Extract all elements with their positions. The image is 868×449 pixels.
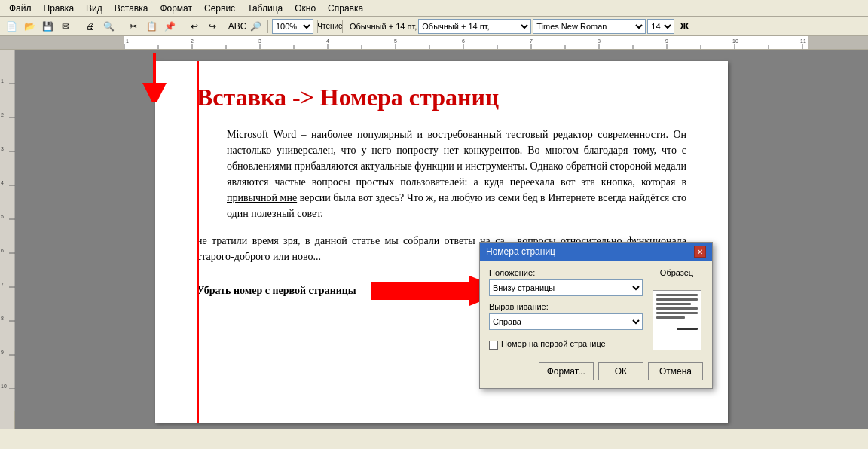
print-btn[interactable]: 🖨 [82, 18, 99, 35]
svg-text:7: 7 [530, 38, 533, 44]
checkbox-row: Номер на первой странице [489, 339, 643, 350]
svg-text:6: 6 [462, 38, 465, 44]
main-area: 1 2 3 4 5 6 7 8 9 10 [0, 50, 868, 429]
dialog-title: Номера страниц [486, 246, 555, 257]
svg-text:7: 7 [1, 282, 4, 287]
preview-label: Образец [660, 268, 693, 277]
svg-text:3: 3 [258, 38, 261, 44]
sep2 [121, 20, 121, 33]
first-page-checkbox[interactable] [489, 341, 498, 350]
menu-table[interactable]: Таблица [241, 2, 289, 15]
sep4 [225, 20, 225, 33]
svg-text:4: 4 [326, 38, 329, 44]
dialog-buttons: Формат... ОК Отмена [480, 358, 712, 388]
format-button[interactable]: Формат... [539, 362, 594, 380]
svg-text:4: 4 [1, 180, 4, 185]
svg-text:1: 1 [1, 78, 4, 84]
ok-button[interactable]: ОК [598, 362, 643, 380]
undo-btn[interactable]: ↩ [186, 18, 203, 35]
sep1 [78, 20, 78, 33]
dialog-fields: Положение: Внизу страницы Выравнивание: … [489, 268, 643, 350]
svg-text:9: 9 [1, 350, 4, 355]
toolbar: 📄 📂 💾 ✉ 🖨 🔍 ✂ 📋 📌 ↩ ↪ ABC 🔎 100% Чтение … [0, 17, 868, 36]
menu-edit[interactable]: Правка [38, 2, 81, 15]
preview-spacer [656, 321, 698, 325]
copy-btn[interactable]: 📋 [143, 18, 160, 35]
svg-text:2: 2 [191, 38, 194, 44]
svg-text:5: 5 [1, 214, 4, 219]
paste-btn[interactable]: 📌 [161, 18, 178, 35]
position-select[interactable]: Внизу страницы [489, 279, 643, 296]
research-btn[interactable]: 🔎 [247, 18, 264, 35]
font-size-select[interactable]: 14 [647, 19, 674, 34]
preview-number-line [677, 328, 698, 330]
svg-text:1: 1 [126, 38, 129, 44]
cancel-button[interactable]: Отмена [648, 362, 703, 380]
menu-file[interactable]: Файл [3, 2, 38, 15]
sep5 [267, 20, 268, 33]
menu-window[interactable]: Окно [289, 2, 322, 15]
position-label: Положение: [489, 268, 643, 277]
open-btn[interactable]: 📂 [21, 18, 38, 35]
dialog-preview: Образец [650, 268, 703, 350]
ruler-right-margin [808, 36, 868, 49]
menu-bar: Файл Правка Вид Вставка Формат Сервис Та… [0, 0, 868, 17]
svg-text:8: 8 [598, 38, 601, 44]
svg-text:8: 8 [1, 316, 4, 321]
preview-line-6 [656, 316, 686, 319]
body-text-1: Microsoft Word – наиболее популярный и в… [197, 127, 686, 221]
preview-line-1 [656, 294, 698, 296]
svg-text:10: 10 [732, 38, 738, 44]
menu-service[interactable]: Сервис [198, 2, 241, 15]
checkbox-label: Номер на первой странице [501, 339, 606, 348]
preview-line-5 [656, 312, 698, 314]
menu-format[interactable]: Формат [154, 2, 198, 15]
preview-line-4 [656, 307, 698, 310]
document-page: Вставка -> Номера страниц Microsoft Word… [155, 61, 728, 423]
cut-btn[interactable]: ✂ [125, 18, 142, 35]
svg-text:10: 10 [1, 383, 7, 389]
preview-btn[interactable]: 🔍 [100, 18, 117, 35]
red-border-line [197, 61, 199, 423]
reading-mode-btn[interactable]: Чтение [322, 18, 338, 35]
alignment-select[interactable]: Справа [489, 313, 643, 330]
save-btn[interactable]: 💾 [39, 18, 56, 35]
svg-text:9: 9 [665, 38, 668, 44]
menu-view[interactable]: Вид [80, 2, 108, 15]
email-btn[interactable]: ✉ [57, 18, 74, 35]
svg-rect-32 [0, 50, 15, 411]
dialog-titlebar: Номера страниц ✕ [480, 243, 712, 261]
svg-text:2: 2 [1, 112, 4, 118]
svg-text:6: 6 [1, 248, 4, 253]
font-style-select[interactable]: Обычный + 14 пт, [418, 19, 531, 34]
font-style-label: Обычный + 14 пт, [350, 22, 417, 31]
sep7 [342, 20, 343, 33]
preview-box [653, 290, 701, 350]
new-btn[interactable]: 📄 [3, 18, 20, 35]
left-sidebar: 1 2 3 4 5 6 7 8 9 10 [0, 50, 15, 429]
alignment-label: Выравнивание: [489, 302, 643, 311]
sep3 [182, 20, 182, 33]
dialog-body: Положение: Внизу страницы Выравнивание: … [480, 261, 712, 358]
svg-text:5: 5 [394, 38, 397, 44]
font-name-select[interactable]: Times New Roman [533, 19, 646, 34]
ruler-left-margin [0, 36, 124, 49]
bold-button[interactable]: Ж [676, 18, 692, 35]
page-numbers-dialog[interactable]: Номера страниц ✕ Положение: Внизу страни… [479, 242, 713, 389]
menu-insert[interactable]: Вставка [108, 2, 154, 15]
ruler-content: 1 2 3 4 5 6 7 8 9 10 [124, 36, 808, 49]
redo-btn[interactable]: ↪ [204, 18, 221, 35]
preview-line-2 [656, 298, 698, 301]
preview-lines [653, 291, 701, 333]
vertical-ruler: 1 2 3 4 5 6 7 8 9 10 [0, 50, 14, 429]
zoom-select[interactable]: 100% [272, 19, 313, 34]
dialog-close-button[interactable]: ✕ [694, 246, 706, 258]
preview-line-3 [656, 303, 692, 305]
page-title: Вставка -> Номера страниц [197, 84, 686, 111]
ruler: 1 2 3 4 5 6 7 8 9 10 [0, 36, 868, 50]
doc-area: Вставка -> Номера страниц Microsoft Word… [15, 50, 868, 429]
menu-help[interactable]: Справка [322, 2, 369, 15]
svg-text:3: 3 [1, 146, 4, 151]
svg-text:11: 11 [800, 38, 806, 44]
spell-btn[interactable]: ABC [229, 18, 246, 35]
